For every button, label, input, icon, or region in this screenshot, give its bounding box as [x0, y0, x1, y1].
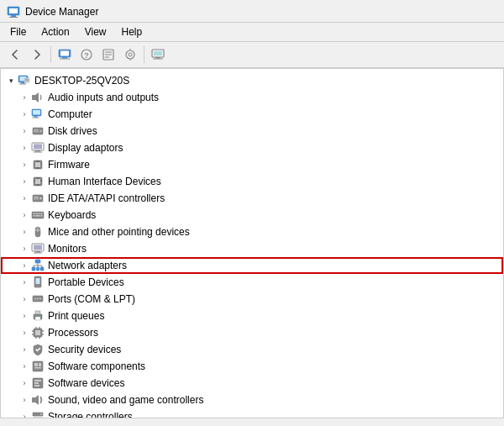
back-button[interactable] — [5, 45, 25, 65]
svg-rect-1 — [9, 8, 18, 13]
tree-item-computer[interactable]: › Computer — [1, 106, 503, 123]
properties-button[interactable] — [98, 45, 118, 65]
tree-root[interactable]: ▾ DESKTOP-25QV20S — [1, 72, 503, 89]
svg-rect-70 — [35, 251, 40, 253]
svg-rect-40 — [34, 152, 42, 153]
svg-rect-24 — [21, 82, 24, 84]
keyboard-icon — [31, 208, 45, 222]
svg-rect-3 — [9, 17, 18, 18]
tree-item-keyboards[interactable]: › Keyboards — [1, 207, 503, 224]
svg-rect-101 — [33, 361, 43, 371]
svg-rect-64 — [36, 215, 40, 217]
svg-rect-106 — [34, 380, 41, 381]
svg-rect-63 — [34, 215, 35, 217]
display-expand-arrow: › — [18, 141, 31, 155]
mouse-icon — [31, 225, 45, 239]
tree-item-print[interactable]: › Print queues — [1, 308, 503, 324]
softwaredev-expand-arrow: › — [18, 376, 31, 390]
svg-rect-59 — [34, 213, 35, 215]
hid-icon — [31, 175, 45, 188]
menu-action[interactable]: Action — [34, 24, 76, 39]
svg-rect-6 — [62, 57, 67, 59]
svg-rect-56 — [34, 197, 39, 200]
svg-rect-19 — [154, 51, 162, 55]
tree-item-sound[interactable]: › Sound, video and game controllers — [1, 392, 503, 408]
tree-item-audio[interactable]: › Audio inputs and outputs — [1, 89, 503, 106]
storage-icon — [31, 410, 45, 418]
root-computer-icon — [18, 74, 31, 87]
network-icon — [31, 259, 45, 272]
sound-icon — [31, 393, 45, 407]
svg-text:?: ? — [84, 51, 89, 60]
monitor-button[interactable] — [148, 45, 168, 65]
hid-expand-arrow: › — [18, 175, 31, 188]
tree-item-hid[interactable]: › Human Interface Devices — [1, 173, 503, 190]
tree-item-security[interactable]: › Security devices — [1, 341, 503, 358]
svg-rect-74 — [40, 267, 44, 271]
computer-button[interactable] — [55, 45, 75, 65]
svg-rect-42 — [35, 162, 40, 167]
svg-rect-65 — [41, 215, 43, 217]
ports-expand-arrow: › — [18, 292, 31, 306]
menu-help[interactable]: Help — [115, 24, 150, 39]
svg-rect-2 — [11, 15, 16, 17]
forward-button[interactable] — [27, 45, 47, 65]
tree-item-firmware[interactable]: › Firmware — [1, 156, 503, 173]
softwarecomp-icon — [31, 360, 45, 373]
svg-rect-30 — [33, 110, 40, 115]
print-label: Print queues — [48, 310, 104, 322]
monitors-label: Monitors — [48, 243, 87, 255]
processors-expand-arrow: › — [18, 326, 31, 339]
sound-label: Sound, video and game controllers — [48, 394, 203, 406]
tree-item-ide[interactable]: › IDE ATA/ATAPI controllers — [1, 190, 503, 207]
tree-item-softwarecomp[interactable]: › Software components — [1, 358, 503, 375]
tree-item-monitors[interactable]: › Monitors — [1, 240, 503, 257]
help-button[interactable]: ? — [76, 45, 97, 65]
mice-expand-arrow: › — [18, 225, 31, 239]
firmware-label: Firmware — [48, 159, 90, 171]
svg-rect-61 — [39, 213, 40, 215]
svg-rect-71 — [34, 253, 42, 254]
computer-icon — [31, 108, 45, 121]
portable-icon — [31, 276, 45, 289]
toolbar-separator-2 — [144, 46, 144, 63]
tree-item-storage[interactable]: › Storage controllers — [1, 408, 503, 418]
svg-rect-111 — [33, 418, 43, 418]
svg-rect-25 — [19, 84, 26, 85]
audio-icon — [31, 91, 45, 104]
menu-file[interactable]: File — [3, 24, 33, 39]
device-tree: ▾ DESKTOP-25QV20S › Audio inputs and out… — [0, 68, 504, 418]
svg-rect-27 — [25, 79, 29, 82]
audio-label: Audio inputs and outputs — [48, 92, 159, 103]
svg-rect-102 — [34, 363, 38, 366]
tree-item-portable[interactable]: › Portable Devices — [1, 274, 503, 291]
portable-label: Portable Devices — [48, 276, 124, 288]
root-expand-arrow: ▾ — [4, 74, 18, 87]
svg-rect-108 — [34, 385, 39, 387]
menu-view[interactable]: View — [78, 24, 113, 39]
svg-rect-32 — [33, 118, 39, 118]
tree-item-network[interactable]: › Network adapters — [1, 257, 503, 274]
svg-rect-107 — [34, 382, 39, 384]
svg-rect-60 — [36, 213, 38, 215]
svg-point-82 — [37, 285, 39, 287]
sound-expand-arrow: › — [18, 393, 31, 407]
svg-point-86 — [39, 298, 41, 300]
softwarecomp-label: Software components — [48, 360, 145, 372]
keyboards-label: Keyboards — [48, 209, 96, 221]
tree-item-disk[interactable]: › Disk drives — [1, 123, 503, 139]
print-expand-arrow: › — [18, 309, 31, 323]
processor-icon — [31, 326, 45, 339]
tree-item-mice[interactable]: › Mice and other pointing devices — [1, 224, 503, 240]
svg-rect-31 — [34, 116, 38, 118]
tree-item-processors[interactable]: › Processors — [1, 324, 503, 341]
print-icon — [31, 309, 45, 323]
tree-item-ports[interactable]: › Ports (COM & LPT) — [1, 291, 503, 308]
computer-label: Computer — [48, 108, 92, 120]
svg-rect-48 — [35, 179, 40, 184]
tree-item-softwaredev[interactable]: › Software devices — [1, 375, 503, 392]
scan-button[interactable] — [120, 45, 140, 65]
app-title: Device Manager — [25, 6, 98, 18]
toolbar-separator-1 — [50, 46, 51, 63]
tree-item-display[interactable]: › Display adaptors — [1, 139, 503, 156]
